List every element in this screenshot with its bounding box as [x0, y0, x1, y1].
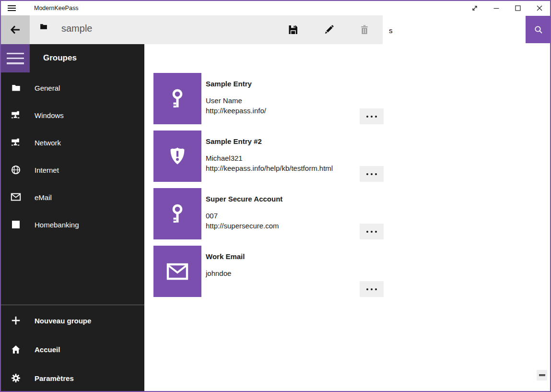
globe-icon [11, 165, 21, 175]
sidebar-hamburger-button[interactable] [1, 44, 30, 72]
edit-pencil-icon [323, 24, 335, 36]
sidebar-item-windows[interactable]: Windows [1, 101, 144, 129]
plus-icon [11, 315, 21, 326]
envelope-icon [11, 192, 21, 202]
back-arrow-icon [8, 22, 23, 37]
entry-details: 007 http://supersecure.com [206, 211, 279, 231]
entry-title: Super Secure Account [206, 195, 282, 203]
sidebar-item-label: Windows [35, 111, 64, 119]
hamburger-icon[interactable] [8, 5, 16, 11]
database-folder-icon [39, 23, 48, 32]
search-input[interactable] [383, 16, 526, 45]
sidebar-item-label: Paramètres [35, 374, 74, 382]
sidebar-item-homebanking[interactable]: Homebanking [1, 211, 144, 238]
sidebar-item-label: Internet [35, 166, 59, 174]
sidebar-separator [1, 305, 144, 305]
sidebar-item-label: Homebanking [35, 220, 79, 228]
folder-icon [11, 83, 21, 93]
entry-url: http://keepass.info/ [206, 106, 266, 116]
hamburger-icon [7, 53, 24, 64]
home-icon [11, 344, 21, 355]
entry-title: Sample Entry [206, 80, 252, 88]
entry-username: johndoe [206, 268, 231, 278]
sidebar-item-network[interactable]: Network [1, 129, 144, 156]
entry-details: User Name http://keepass.info/ [206, 95, 266, 116]
sidebar-item-email[interactable]: eMail [1, 183, 144, 211]
entry-username: 007 [206, 211, 279, 221]
sidebar-item-settings[interactable]: Paramètres [1, 364, 144, 392]
groups-header: Groupes [43, 53, 77, 63]
app-window: ModernKeePass [0, 0, 551, 392]
sidebar-item-general[interactable]: General [1, 74, 144, 101]
sidebar-item-label: Accueil [35, 345, 60, 354]
delete-button[interactable] [354, 19, 375, 40]
expand-button[interactable] [464, 1, 485, 15]
search-icon [533, 24, 544, 36]
network-computer-icon [11, 137, 21, 148]
close-button[interactable] [528, 1, 550, 15]
minimize-icon [491, 2, 502, 14]
expand-icon [469, 2, 481, 14]
key-icon [153, 188, 201, 239]
entry-row[interactable]: Sample Entry User Name http://keepass.in… [153, 73, 384, 124]
entry-username: Michael321 [206, 153, 333, 163]
entry-title: Work Email [206, 252, 245, 261]
entry-url: http://supersecure.com [206, 221, 279, 231]
search-box [383, 16, 526, 45]
database-name: sample [61, 23, 92, 34]
gear-icon [11, 373, 21, 383]
entry-more-button[interactable] [360, 108, 384, 124]
entry-row[interactable]: Sample Entry #2 Michael321 http://keepas… [153, 131, 384, 182]
entry-row[interactable]: Work Email johndoe [153, 246, 384, 297]
sidebar-item-label: eMail [35, 193, 52, 201]
search-button[interactable] [526, 16, 551, 43]
entry-more-button[interactable] [360, 166, 384, 182]
sidebar: Groupes General Windows Network Internet [1, 44, 144, 391]
close-icon [534, 2, 545, 14]
envelope-icon [153, 246, 201, 297]
entry-row[interactable]: Super Secure Account 007 http://supersec… [153, 188, 384, 239]
save-icon [287, 24, 299, 36]
entry-details: Michael321 http://keepass.info/help/kb/t… [206, 153, 333, 173]
entry-more-button[interactable] [360, 224, 384, 239]
window-controls [464, 1, 550, 15]
save-button[interactable] [282, 19, 304, 40]
sidebar-item-label: General [35, 83, 60, 92]
entry-list: Sample Entry User Name http://keepass.in… [144, 44, 550, 391]
entry-title: Sample Entry #2 [206, 137, 262, 145]
shield-icon [153, 131, 201, 182]
delete-trash-icon [359, 24, 370, 36]
back-button[interactable] [1, 15, 30, 44]
edit-button[interactable] [318, 19, 340, 40]
sidebar-item-home[interactable]: Accueil [1, 335, 144, 364]
maximize-icon [512, 2, 524, 14]
sidebar-item-label: Nouveau groupe [35, 317, 91, 325]
appbar: sample [30, 15, 383, 44]
entry-more-button[interactable] [360, 281, 384, 297]
sidebar-item-label: Network [35, 138, 61, 146]
entry-url: http://keepass.info/help/kb/testform.htm… [206, 163, 333, 173]
maximize-button[interactable] [507, 1, 528, 15]
entry-username: User Name [206, 95, 266, 106]
app-title: ModernKeePass [34, 5, 78, 12]
titlebar: ModernKeePass [1, 1, 550, 15]
minus-icon [539, 374, 545, 376]
appbar-collapse-button[interactable] [537, 370, 547, 380]
key-icon [153, 73, 201, 124]
sidebar-item-internet[interactable]: Internet [1, 156, 144, 183]
minimize-button[interactable] [485, 1, 507, 15]
network-computer-icon [11, 110, 21, 120]
entry-details: johndoe [206, 268, 231, 278]
square-icon [11, 219, 21, 230]
sidebar-item-new-group[interactable]: Nouveau groupe [1, 306, 144, 335]
